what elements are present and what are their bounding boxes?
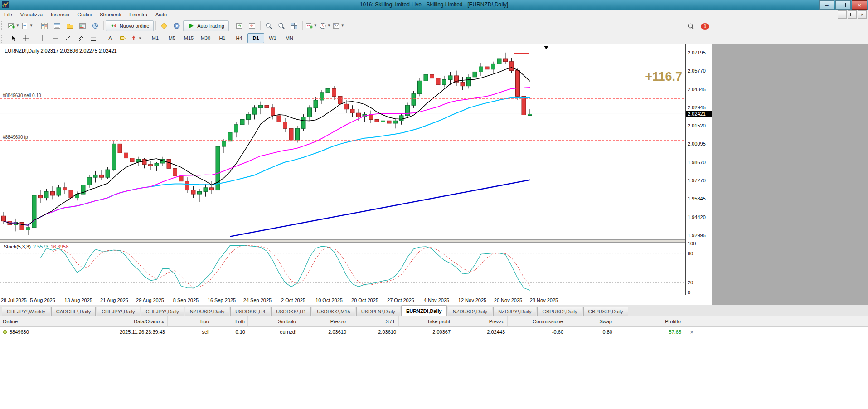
column-header-simbolo[interactable]: Simbolo xyxy=(248,316,299,326)
chart-window[interactable]: 2.02421 2.071952.057702.043452.029452.01… xyxy=(0,44,712,305)
new-chart-dropdown-arrow[interactable]: ▼ xyxy=(16,24,19,28)
column-header-dataorario[interactable]: Data/Orario▲ xyxy=(53,316,168,326)
periods-dropdown-arrow[interactable]: ▼ xyxy=(327,24,331,28)
chart-tab-cadchfdaily[interactable]: CADCHF!,Daily xyxy=(51,307,96,316)
cell-prezzo-corrente: 2.02443 xyxy=(453,327,508,337)
new-order-button[interactable]: Nuovo ordine xyxy=(106,20,154,31)
indicators-dropdown-arrow[interactable]: ▼ xyxy=(314,24,317,28)
column-header-takeprofit[interactable]: Take profit xyxy=(399,316,453,326)
equidistant-channel-icon xyxy=(77,34,84,42)
profiles-dropdown-arrow[interactable]: ▼ xyxy=(29,24,33,28)
tile-windows-button[interactable] xyxy=(288,20,301,32)
date-axis[interactable]: 28 Jul 20255 Aug 202513 Aug 202521 Aug 2… xyxy=(0,295,712,306)
new-chart-button[interactable]: ▼ xyxy=(7,20,20,32)
data-window-button[interactable] xyxy=(51,20,63,32)
market-watch-button[interactable] xyxy=(38,20,51,32)
profiles-button[interactable]: ▼ xyxy=(20,20,34,32)
timeframe-h1[interactable]: H1 xyxy=(214,33,231,43)
chart-tab-gbpusddaily[interactable]: GBPUSD!,Daily xyxy=(583,307,628,316)
indicators-button[interactable]: ▼ xyxy=(305,20,318,32)
stochastic-pane[interactable] xyxy=(0,242,685,295)
close-position-button[interactable]: × xyxy=(684,327,699,337)
symbol-ohlc-info: EURNZD!,Daily 2.02317 2.02806 2.02275 2.… xyxy=(5,48,117,54)
auto-scroll-button[interactable] xyxy=(246,20,258,32)
cell-tipo: sell xyxy=(168,327,212,337)
close-button[interactable]: × xyxy=(852,0,867,10)
column-header-sl[interactable]: S / L xyxy=(349,316,399,326)
column-header-lotti[interactable]: Lotti xyxy=(212,316,248,326)
timeframe-m30[interactable]: M30 xyxy=(197,33,214,43)
chart-tab-eurnzddaily[interactable]: EURNZD!,Daily xyxy=(401,305,447,316)
menu-file[interactable]: File xyxy=(0,10,16,19)
timeframe-d1[interactable]: D1 xyxy=(247,33,264,43)
strategy-tester-button[interactable] xyxy=(89,20,102,32)
menu-inserisci[interactable]: Inserisci xyxy=(47,10,73,19)
chart-tab-nzdjpydaily[interactable]: NZDJPY!,Daily xyxy=(493,307,536,316)
order-row[interactable]: 88496302025.11.26 23:39:43sell0.10eurnzd… xyxy=(0,327,868,337)
text-label-tool[interactable] xyxy=(116,32,129,44)
price-axis[interactable]: 2.02421 2.071952.057702.043452.029452.01… xyxy=(685,44,712,295)
chart-shift-button[interactable] xyxy=(233,20,246,32)
chart-tab-usddkkm15[interactable]: USDDKK!,M15 xyxy=(312,307,355,316)
column-header-swap[interactable]: Swap xyxy=(566,316,615,326)
price-chart-pane[interactable] xyxy=(0,44,685,239)
cell-lotti: 0.10 xyxy=(212,327,248,337)
text-tool[interactable]: A xyxy=(104,32,116,44)
templates-dropdown-arrow[interactable]: ▼ xyxy=(341,24,344,28)
timeframe-w1[interactable]: W1 xyxy=(264,33,281,43)
timeframe-m15[interactable]: M15 xyxy=(180,33,197,43)
metaeditor-button[interactable] xyxy=(158,20,170,32)
menu-strumenti[interactable]: Strumenti xyxy=(96,10,125,19)
zoom-out-button[interactable] xyxy=(275,20,288,32)
restore-button[interactable] xyxy=(835,0,851,10)
menu-finestra[interactable]: Finestra xyxy=(125,10,151,19)
cursor-tool[interactable] xyxy=(7,32,19,44)
column-header-commissione[interactable]: Commissione xyxy=(508,316,566,326)
chart-close-button[interactable]: × xyxy=(858,10,867,19)
zoom-in-button[interactable] xyxy=(262,20,275,32)
vertical-line-tool[interactable] xyxy=(36,32,49,44)
notifications-badge[interactable]: 1 xyxy=(701,23,709,30)
autotrading-button[interactable]: AutoTrading xyxy=(183,20,229,31)
chart-tab-chfjpydaily[interactable]: CHFJPY!,Daily xyxy=(97,307,140,316)
chart-tab-chfjpyweekly[interactable]: CHFJPY!,Weekly xyxy=(2,307,50,316)
cell-profitto: 57.65 xyxy=(615,327,684,337)
trendline-tool[interactable] xyxy=(62,32,74,44)
chart-tab-gbpusddaily[interactable]: GBPUSD!,Daily xyxy=(537,307,582,316)
column-header-prezzo[interactable]: Prezzo xyxy=(299,316,349,326)
column-header-profitto[interactable]: Profitto xyxy=(615,316,684,326)
terminal-panel-button[interactable] xyxy=(76,20,89,32)
periods-button[interactable]: ▼ xyxy=(318,20,332,32)
chart-tab-usddkkh4[interactable]: USDDKK!,H4 xyxy=(230,307,270,316)
chart-tab-chfjpydaily[interactable]: CHFJPY!,Daily xyxy=(141,307,184,316)
navigator-button[interactable] xyxy=(63,20,76,32)
timeframe-m5[interactable]: M5 xyxy=(164,33,180,43)
chart-tab-usddkkh1[interactable]: USDDKK!,H1 xyxy=(271,307,311,316)
chart-minimize-button[interactable]: – xyxy=(838,10,847,19)
equidistant-channel-tool[interactable] xyxy=(74,32,87,44)
fibonacci-tool[interactable] xyxy=(87,32,100,44)
horizontal-line-tool[interactable] xyxy=(49,32,62,44)
chart-tab-nzdusddaily[interactable]: NZDUSD!,Daily xyxy=(448,307,492,316)
chart-tab-nzdusddaily[interactable]: NZDUSD!,Daily xyxy=(185,307,229,316)
arrow-objects-tool[interactable]: ▼ xyxy=(129,32,143,44)
menu-visualizza[interactable]: Visualizza xyxy=(16,10,47,19)
menu-grafici[interactable]: Grafici xyxy=(73,10,96,19)
templates-button[interactable]: ▼ xyxy=(332,20,345,32)
search-button[interactable] xyxy=(684,20,697,32)
chart-tab-usdplndaily[interactable]: USDPLN!,Daily xyxy=(356,307,400,316)
column-header-ordine[interactable]: Ordine xyxy=(0,316,53,326)
timeframe-mn[interactable]: MN xyxy=(281,33,298,43)
crosshair-tool[interactable] xyxy=(19,32,32,44)
column-header-tipo[interactable]: Tipo xyxy=(168,316,212,326)
minimize-button[interactable]: – xyxy=(819,0,834,10)
expert-advisors-button[interactable] xyxy=(170,20,183,32)
column-header-prezzo[interactable]: Prezzo xyxy=(453,316,508,326)
timeframe-m1[interactable]: M1 xyxy=(147,33,164,43)
date-label: 2 Oct 2025 xyxy=(281,297,305,303)
menu-aiuto[interactable]: Aiuto xyxy=(151,10,171,19)
chart-restore-button[interactable] xyxy=(848,10,857,19)
timeframe-h4[interactable]: H4 xyxy=(231,33,247,43)
arrow-objects-dropdown-arrow[interactable]: ▼ xyxy=(138,36,142,40)
price-tick: 1.92995 xyxy=(688,233,706,238)
